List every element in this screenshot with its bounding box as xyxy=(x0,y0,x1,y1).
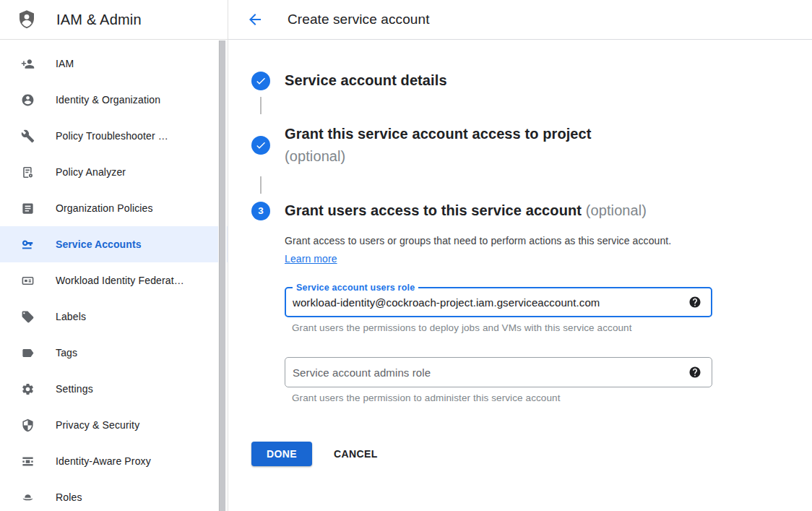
sidebar: IAM & Admin IAM Identity & Organization xyxy=(0,0,228,511)
back-button[interactable] xyxy=(246,11,264,28)
page-title: Create service account xyxy=(288,12,430,27)
page-header: Create service account xyxy=(228,0,812,40)
step-2-grant-access-to-project: Grant this service account access to pro… xyxy=(251,123,812,168)
service-account-users-role-input[interactable] xyxy=(293,296,680,309)
step-title: Grant users access to this service accou… xyxy=(285,199,647,222)
step-title: Service account details xyxy=(285,69,447,92)
field-helper-text: Grant users the permissions to deploy jo… xyxy=(292,322,712,333)
step-optional-text: (optional) xyxy=(285,145,592,168)
sidebar-item-label: IAM xyxy=(56,58,74,69)
person-add-icon xyxy=(20,56,35,71)
sidebar-item-label: Policy Troubleshooter … xyxy=(56,130,168,142)
sidebar-item-label: Identity & Organization xyxy=(56,94,160,106)
check-circle-icon xyxy=(251,136,270,155)
sidebar-scrollbar-thumb[interactable] xyxy=(219,40,225,511)
account-circle-icon xyxy=(20,93,35,107)
step-title: Grant this service account access to pro… xyxy=(285,123,592,168)
hat-icon xyxy=(20,490,35,504)
sidebar-item-roles[interactable]: Roles xyxy=(0,479,228,511)
sidebar-header: IAM & Admin xyxy=(0,0,228,40)
form-actions: DONE CANCEL xyxy=(251,442,812,466)
check-circle-icon xyxy=(251,72,270,90)
proxy-icon xyxy=(20,454,35,468)
arrow-back-icon xyxy=(246,11,264,28)
learn-more-link[interactable]: Learn more xyxy=(285,253,337,265)
gear-icon xyxy=(20,382,35,396)
service-account-key-icon xyxy=(20,237,35,252)
sidebar-item-label: Identity-Aware Proxy xyxy=(56,455,151,467)
sidebar-item-policy-analyzer[interactable]: Policy Analyzer xyxy=(0,154,228,190)
document-gear-icon xyxy=(20,165,35,179)
wrench-icon xyxy=(20,129,35,143)
sidebar-item-label: Tags xyxy=(56,347,77,358)
sidebar-item-labels[interactable]: Labels xyxy=(0,299,228,335)
step-title-text: Grant this service account access to pro… xyxy=(285,126,592,142)
sidebar-nav: IAM Identity & Organization Policy Troub… xyxy=(0,40,228,511)
create-service-account-form: Service account details Grant this servi… xyxy=(228,40,812,511)
main-panel: Create service account Service account d… xyxy=(228,0,812,511)
sidebar-item-organization-policies[interactable]: Organization Policies xyxy=(0,190,228,226)
sidebar-scrollbar xyxy=(218,40,227,511)
service-account-admins-role-input[interactable] xyxy=(293,366,680,379)
done-button[interactable]: DONE xyxy=(251,442,312,466)
sidebar-item-tags[interactable]: Tags xyxy=(0,335,228,371)
sidebar-item-label: Roles xyxy=(56,491,82,503)
service-account-users-role-field: Service account users role xyxy=(285,287,712,317)
step-1-service-account-details: Service account details xyxy=(251,69,812,92)
sidebar-item-iam[interactable]: IAM xyxy=(0,46,228,82)
label-arrow-icon xyxy=(20,345,35,360)
sidebar-item-identity-aware-proxy[interactable]: Identity-Aware Proxy xyxy=(0,443,228,479)
sidebar-item-label: Workload Identity Federat… xyxy=(56,275,184,286)
field-helper-text: Grant users the permission to administer… xyxy=(292,392,712,403)
sidebar-item-label: Settings xyxy=(56,383,93,395)
iam-shield-icon xyxy=(16,8,38,31)
sidebar-item-policy-troubleshooter[interactable]: Policy Troubleshooter … xyxy=(0,118,228,154)
step-3-body: Grant access to users or groups that nee… xyxy=(285,232,712,403)
step-number: 3 xyxy=(258,205,264,216)
shield-half-icon xyxy=(20,418,35,432)
sidebar-item-label: Service Accounts xyxy=(56,239,142,250)
step-3-number-badge: 3 xyxy=(251,202,270,220)
sidebar-item-label: Privacy & Security xyxy=(56,419,139,431)
sidebar-item-identity-organization[interactable]: Identity & Organization xyxy=(0,82,228,118)
step-3-grant-users-access: 3 Grant users access to this service acc… xyxy=(251,199,812,222)
stepper-connector xyxy=(260,176,262,194)
sidebar-item-label: Policy Analyzer xyxy=(56,166,126,178)
article-icon xyxy=(20,201,35,215)
help-icon[interactable] xyxy=(688,296,701,309)
step-optional-text: (optional) xyxy=(586,202,647,218)
step-description: Grant access to users or groups that nee… xyxy=(285,232,694,268)
cancel-button[interactable]: CANCEL xyxy=(334,448,378,460)
badge-icon xyxy=(20,273,35,288)
step-title-text: Grant users access to this service accou… xyxy=(285,202,582,218)
sidebar-item-workload-identity-federation[interactable]: Workload Identity Federat… xyxy=(0,262,228,299)
field-floating-label: Service account users role xyxy=(293,282,418,294)
sidebar-item-privacy-security[interactable]: Privacy & Security xyxy=(0,407,228,443)
sidebar-item-settings[interactable]: Settings xyxy=(0,371,228,407)
sidebar-title: IAM & Admin xyxy=(56,12,142,28)
stepper-connector xyxy=(260,97,262,114)
sidebar-item-label: Labels xyxy=(56,311,86,322)
step-description-text: Grant access to users or groups that nee… xyxy=(285,235,671,246)
app-window: IAM & Admin IAM Identity & Organization xyxy=(0,0,812,511)
tag-icon xyxy=(20,309,35,324)
service-account-admins-role-field xyxy=(285,357,712,387)
sidebar-item-service-accounts[interactable]: Service Accounts xyxy=(0,226,228,262)
help-icon[interactable] xyxy=(688,366,701,379)
sidebar-item-label: Organization Policies xyxy=(56,202,153,214)
